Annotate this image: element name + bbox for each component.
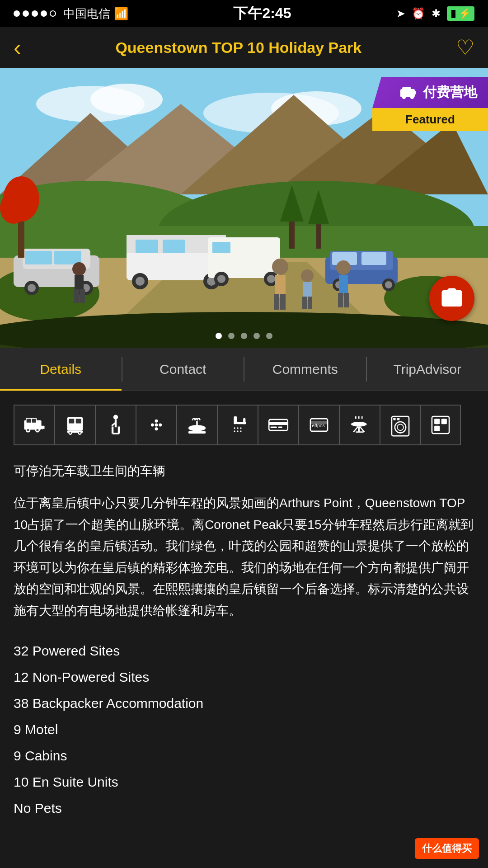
amenities-row: eftpos (14, 405, 474, 450)
dot-5 (50, 10, 56, 17)
favorite-button[interactable]: ♡ (456, 35, 474, 60)
amenity-accessible (95, 405, 136, 445)
no-toilet-caption: 可停泊无车载卫生间的车辆 (14, 462, 474, 480)
svg-point-31 (267, 275, 275, 283)
svg-rect-89 (69, 419, 74, 423)
amenity-bus (54, 405, 95, 445)
svg-rect-20 (163, 240, 185, 253)
svg-point-130 (395, 422, 406, 433)
svg-rect-108 (234, 416, 237, 424)
tab-comments[interactable]: Comments (244, 348, 366, 391)
featured-badge: Featured (372, 108, 488, 131)
location-icon: ➤ (396, 7, 405, 20)
svg-point-124 (351, 422, 367, 426)
facility-ensuite: 10 En Suite Units (14, 769, 474, 795)
svg-rect-59 (308, 297, 312, 309)
svg-point-85 (36, 429, 38, 431)
dot-indicator-1 (216, 333, 222, 339)
amenity-eftpos: eftpos (298, 405, 339, 445)
svg-rect-34 (25, 251, 52, 264)
svg-point-115 (237, 430, 238, 432)
status-bar: 中国电信 📶 下午2:45 ➤ ⏰ ✱ ▮ ⚡ (0, 0, 488, 27)
status-right: ➤ ⏰ ✱ ▮ ⚡ (396, 6, 474, 21)
dot-2 (23, 10, 29, 17)
svg-point-29 (217, 275, 225, 283)
facility-list: 32 Powered Sites 12 Non-Powered Sites 38… (14, 638, 474, 821)
svg-point-56 (301, 269, 314, 282)
hero-image-container: 付费营地 Featured (0, 68, 488, 348)
amenity-more-icon (429, 413, 452, 437)
facility-pets: No Pets (14, 795, 474, 821)
svg-rect-55 (280, 294, 286, 310)
back-button[interactable]: ‹ (14, 36, 21, 59)
svg-point-52 (272, 259, 288, 275)
tab-contact[interactable]: Contact (122, 348, 244, 391)
svg-rect-119 (271, 426, 277, 428)
svg-rect-125 (358, 426, 360, 432)
dot-indicator-5 (266, 333, 272, 339)
dot-1 (14, 10, 20, 17)
svg-point-102 (159, 424, 162, 427)
amenity-rv-icon (23, 413, 46, 437)
svg-rect-62 (338, 293, 343, 307)
dot-4 (41, 10, 47, 17)
svg-point-96 (113, 415, 118, 419)
svg-rect-137 (434, 426, 440, 431)
svg-rect-118 (269, 422, 288, 425)
badge-container: 付费营地 Featured (372, 77, 488, 131)
svg-rect-81 (32, 419, 36, 423)
image-dots-indicator (216, 333, 272, 339)
svg-point-37 (28, 284, 36, 292)
carrier-label: 中国电信 (63, 6, 110, 22)
amenity-accessible-icon (104, 413, 127, 437)
dot-indicator-4 (253, 333, 260, 339)
svg-point-101 (151, 424, 154, 427)
tab-details[interactable]: Details (0, 348, 122, 391)
svg-point-113 (240, 427, 241, 429)
tab-tripadvisor[interactable]: TripAdvisor (367, 348, 488, 391)
svg-point-83 (27, 429, 29, 431)
svg-rect-135 (434, 419, 440, 424)
dot-3 (32, 10, 38, 17)
tab-bar: Details Contact Comments TripAdvisor (0, 348, 488, 391)
wifi-status-icon: 📶 (114, 7, 128, 21)
dot-indicator-2 (228, 333, 235, 339)
svg-point-70 (0, 192, 27, 224)
badge-chinese-label: 付费营地 (423, 83, 477, 102)
amenity-bbq (339, 405, 380, 445)
svg-rect-107 (188, 431, 206, 434)
facility-cabins: 9 Cabins (14, 743, 474, 769)
svg-rect-66 (316, 224, 321, 249)
svg-rect-133 (397, 418, 399, 420)
svg-point-72 (0, 312, 488, 348)
svg-point-104 (155, 427, 158, 430)
svg-point-93 (69, 432, 71, 434)
svg-point-111 (234, 427, 235, 429)
svg-rect-136 (441, 419, 447, 424)
svg-rect-35 (54, 251, 81, 264)
svg-rect-19 (136, 240, 158, 253)
amenity-cooking (176, 405, 217, 445)
svg-rect-54 (274, 294, 279, 310)
svg-rect-80 (27, 419, 31, 423)
svg-point-131 (397, 424, 404, 430)
page-title: Queenstown TOP 10 Holiday Park (21, 39, 456, 57)
amenity-more (420, 405, 461, 445)
svg-point-76 (410, 95, 414, 99)
status-left: 中国电信 📶 (14, 6, 128, 22)
svg-rect-120 (278, 426, 282, 428)
facility-powered-sites: 32 Powered Sites (14, 638, 474, 664)
amenity-laundry-icon (389, 413, 412, 437)
camera-icon (440, 286, 464, 311)
camera-button[interactable] (429, 276, 474, 321)
svg-point-48 (72, 262, 86, 276)
svg-point-2 (90, 84, 163, 115)
svg-point-103 (155, 420, 158, 423)
facility-motel: 9 Motel (14, 717, 474, 743)
svg-point-112 (237, 427, 238, 429)
amenity-wifi (136, 405, 176, 445)
svg-point-95 (79, 432, 80, 434)
amenity-shower-icon (226, 413, 249, 437)
svg-line-127 (353, 426, 358, 432)
header: ‹ Queenstown TOP 10 Holiday Park ♡ (0, 27, 488, 68)
